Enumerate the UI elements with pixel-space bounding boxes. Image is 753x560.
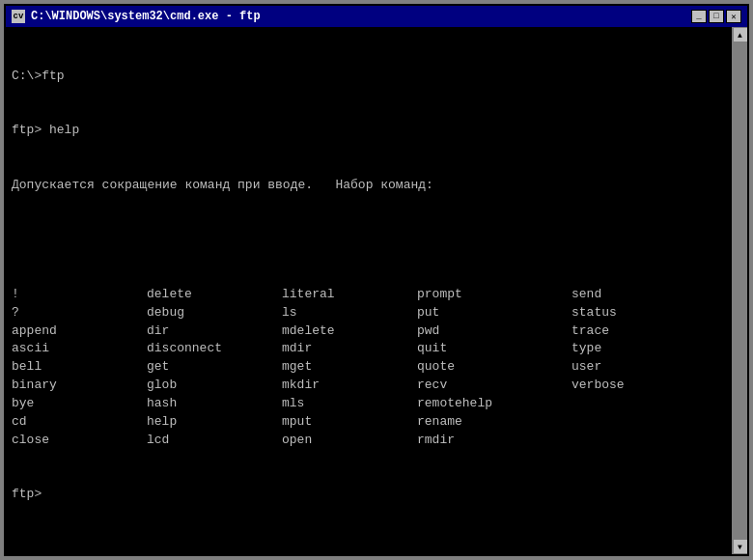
terminal-line-1: C:\>ftp (12, 68, 726, 86)
cmd-window: cv C:\WINDOWS\system32\cmd.exe - ftp _ □… (4, 4, 749, 556)
command-row: cdhelpmputrename (12, 413, 726, 432)
command-cell: disconnect (147, 340, 282, 358)
command-cell: verbose (572, 377, 687, 395)
terminal-content: C:\>ftp ftp> help Допускается сокращение… (12, 31, 726, 541)
command-row: closelcdopenrmdir (12, 432, 726, 450)
command-cell: pwd (417, 322, 572, 341)
command-cell: prompt (417, 286, 572, 304)
command-cell: literal (282, 286, 417, 304)
command-cell (572, 413, 687, 432)
title-buttons: _ □ ✕ (691, 10, 741, 23)
command-cell: bell (12, 358, 147, 377)
scroll-up-button[interactable]: ▲ (733, 27, 748, 42)
command-cell: dir (147, 322, 282, 341)
command-cell: append (12, 322, 147, 341)
command-cell: ls (282, 304, 417, 322)
scroll-track (733, 42, 747, 539)
command-cell: trace (572, 322, 687, 341)
command-cell: type (572, 340, 687, 358)
command-cell: ! (12, 286, 147, 304)
command-cell: help (147, 413, 282, 432)
command-cell: put (417, 304, 572, 322)
command-cell: lcd (147, 432, 282, 450)
command-row: asciidisconnectmdirquittype (12, 340, 726, 358)
close-button[interactable]: ✕ (726, 10, 741, 23)
command-cell: hash (147, 395, 282, 413)
command-cell: bye (12, 395, 147, 413)
command-cell: glob (147, 377, 282, 395)
command-row: binaryglobmkdirrecvverbose (12, 377, 726, 395)
command-cell: rmdir (417, 432, 572, 450)
command-cell: status (572, 304, 687, 322)
command-row: byehashmlsremotehelp (12, 395, 726, 413)
terminal-line-2: ftp> help (12, 122, 726, 140)
command-cell: mdir (282, 340, 417, 358)
command-cell: ? (12, 304, 147, 322)
command-cell: ascii (12, 340, 147, 358)
command-cell: mput (282, 413, 417, 432)
command-cell: mget (282, 358, 417, 377)
command-cell (572, 395, 687, 413)
command-cell: rename (417, 413, 572, 432)
command-cell: binary (12, 377, 147, 395)
window-body: C:\>ftp ftp> help Допускается сокращение… (6, 27, 747, 554)
command-cell: user (572, 358, 687, 377)
command-cell: mdelete (282, 322, 417, 341)
command-cell: quit (417, 340, 572, 358)
command-cell: recv (417, 377, 572, 395)
command-cell: delete (147, 286, 282, 304)
command-cell: get (147, 358, 282, 377)
command-cell: quote (417, 358, 572, 377)
window-title: C:\WINDOWS\system32\cmd.exe - ftp (31, 10, 261, 23)
terminal-prompt: ftp> (12, 486, 726, 504)
title-bar: cv C:\WINDOWS\system32\cmd.exe - ftp _ □… (6, 6, 747, 27)
command-row: ?debuglsputstatus (12, 304, 726, 322)
title-bar-left: cv C:\WINDOWS\system32\cmd.exe - ftp (12, 10, 261, 23)
command-row: bellgetmgetquoteuser (12, 358, 726, 377)
window-icon: cv (12, 10, 25, 23)
terminal-line-3: Допускается сокращение команд при вводе.… (12, 177, 726, 195)
command-row: appenddirmdeletepwdtrace (12, 322, 726, 341)
command-cell: cd (12, 413, 147, 432)
command-cell: debug (147, 304, 282, 322)
command-cell: mls (282, 395, 417, 413)
command-cell: mkdir (282, 377, 417, 395)
command-cell: send (572, 286, 687, 304)
maximize-button[interactable]: □ (709, 10, 724, 23)
commands-container: !deleteliteralpromptsend?debuglsputstatu… (12, 286, 726, 450)
scroll-down-button[interactable]: ▼ (733, 539, 748, 554)
scrollbar[interactable]: ▲ ▼ (732, 27, 747, 554)
terminal-blank (12, 231, 726, 249)
command-row: !deleteliteralpromptsend (12, 286, 726, 304)
command-cell: remotehelp (417, 395, 572, 413)
command-cell (572, 432, 687, 450)
minimize-button[interactable]: _ (691, 10, 707, 23)
command-cell: close (12, 432, 147, 450)
terminal-area[interactable]: C:\>ftp ftp> help Допускается сокращение… (6, 27, 732, 554)
command-cell: open (282, 432, 417, 450)
